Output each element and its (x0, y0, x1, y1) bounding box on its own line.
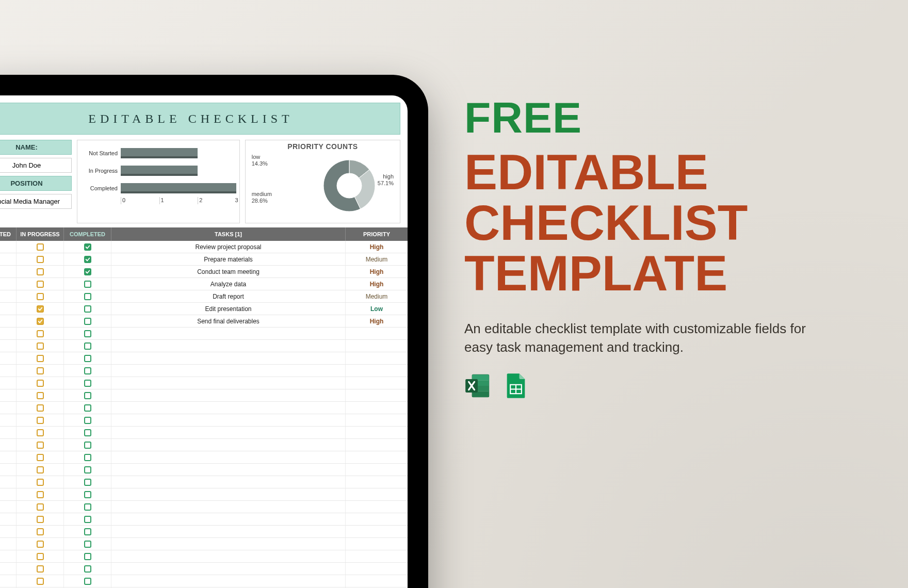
checkbox-completed[interactable] (84, 281, 91, 288)
checkbox-in-progress[interactable] (37, 442, 44, 449)
checkbox-completed[interactable] (84, 503, 91, 511)
checkbox-in-progress[interactable] (37, 528, 44, 535)
checkbox-in-progress[interactable] (37, 318, 44, 325)
cell-task[interactable] (111, 464, 346, 476)
cell-priority[interactable]: Medium (346, 290, 408, 302)
cell-task[interactable] (111, 340, 346, 352)
cell-priority[interactable] (346, 464, 408, 476)
checkbox-in-progress[interactable] (37, 243, 44, 251)
checkbox-in-progress[interactable] (37, 466, 44, 473)
checkbox-in-progress[interactable] (37, 355, 44, 362)
cell-priority[interactable] (346, 427, 408, 438)
checkbox-in-progress[interactable] (37, 417, 44, 424)
cell-task[interactable] (111, 550, 346, 562)
checkbox-completed[interactable] (84, 417, 91, 424)
checkbox-completed[interactable] (84, 454, 91, 461)
cell-priority[interactable]: Medium (346, 253, 408, 265)
checkbox-in-progress[interactable] (37, 380, 44, 387)
cell-task[interactable] (111, 563, 346, 575)
checkbox-in-progress[interactable] (37, 404, 44, 412)
cell-task[interactable] (111, 476, 346, 488)
checkbox-in-progress[interactable] (37, 491, 44, 498)
cell-priority[interactable] (346, 352, 408, 364)
checkbox-in-progress[interactable] (37, 330, 44, 337)
cell-priority[interactable]: Low (346, 303, 408, 315)
cell-priority[interactable] (346, 488, 408, 500)
cell-priority[interactable] (346, 377, 408, 389)
header-priority[interactable]: PRIORITY (346, 227, 408, 241)
position-value[interactable]: Social Media Manager (0, 194, 72, 209)
cell-priority[interactable] (346, 328, 408, 339)
checkbox-in-progress[interactable] (37, 342, 44, 350)
checkbox-in-progress[interactable] (37, 256, 44, 263)
checkbox-completed[interactable] (84, 528, 91, 535)
cell-priority[interactable] (346, 575, 408, 587)
checkbox-completed[interactable] (84, 479, 91, 486)
checkbox-completed[interactable] (84, 243, 91, 251)
cell-priority[interactable] (346, 550, 408, 562)
checkbox-completed[interactable] (84, 318, 91, 325)
cell-task[interactable] (111, 377, 346, 389)
checkbox-completed[interactable] (84, 342, 91, 350)
cell-task[interactable]: Send final deliverables (111, 315, 346, 327)
checkbox-completed[interactable] (84, 578, 91, 585)
checkbox-in-progress[interactable] (37, 578, 44, 585)
cell-task[interactable]: Conduct team meeting (111, 266, 346, 277)
cell-priority[interactable]: High (346, 315, 408, 327)
cell-priority[interactable] (346, 414, 408, 426)
cell-task[interactable] (111, 328, 346, 339)
cell-priority[interactable] (346, 365, 408, 377)
checkbox-completed[interactable] (84, 305, 91, 313)
checkbox-in-progress[interactable] (37, 454, 44, 461)
cell-task[interactable] (111, 488, 346, 500)
header-in-progress[interactable]: IN PROGRESS (17, 227, 64, 241)
header-not-started[interactable]: T STARTED (0, 227, 17, 241)
checkbox-completed[interactable] (84, 392, 91, 399)
checkbox-completed[interactable] (84, 380, 91, 387)
cell-task[interactable] (111, 365, 346, 377)
cell-task[interactable]: Review project proposal (111, 241, 346, 253)
cell-task[interactable] (111, 439, 346, 451)
checkbox-completed[interactable] (84, 565, 91, 573)
cell-task[interactable] (111, 575, 346, 587)
cell-task[interactable] (111, 526, 346, 537)
cell-task[interactable] (111, 402, 346, 414)
cell-task[interactable] (111, 389, 346, 401)
checkbox-completed[interactable] (84, 330, 91, 337)
cell-task[interactable] (111, 513, 346, 525)
cell-task[interactable]: Edit presentation (111, 303, 346, 315)
cell-priority[interactable] (346, 526, 408, 537)
cell-task[interactable] (111, 538, 346, 550)
cell-priority[interactable] (346, 439, 408, 451)
checkbox-completed[interactable] (84, 541, 91, 548)
checkbox-in-progress[interactable] (37, 516, 44, 523)
cell-task[interactable] (111, 414, 346, 426)
checkbox-in-progress[interactable] (37, 479, 44, 486)
checkbox-in-progress[interactable] (37, 305, 44, 313)
cell-priority[interactable] (346, 389, 408, 401)
checkbox-completed[interactable] (84, 355, 91, 362)
checkbox-completed[interactable] (84, 491, 91, 498)
checkbox-completed[interactable] (84, 367, 91, 374)
cell-task[interactable] (111, 501, 346, 513)
cell-task[interactable] (111, 451, 346, 463)
checkbox-in-progress[interactable] (37, 565, 44, 573)
checkbox-completed[interactable] (84, 429, 91, 436)
cell-priority[interactable]: High (346, 241, 408, 253)
cell-priority[interactable] (346, 538, 408, 550)
header-completed[interactable]: COMPLETED (64, 227, 111, 241)
checkbox-completed[interactable] (84, 553, 91, 560)
checkbox-completed[interactable] (84, 256, 91, 263)
checkbox-in-progress[interactable] (37, 429, 44, 436)
checkbox-completed[interactable] (84, 442, 91, 449)
checkbox-completed[interactable] (84, 466, 91, 473)
cell-priority[interactable] (346, 402, 408, 414)
cell-task[interactable]: Analyze data (111, 278, 346, 290)
checkbox-completed[interactable] (84, 516, 91, 523)
cell-priority[interactable] (346, 476, 408, 488)
checkbox-in-progress[interactable] (37, 293, 44, 300)
cell-task[interactable] (111, 427, 346, 438)
cell-task[interactable]: Draft report (111, 290, 346, 302)
name-value[interactable]: John Doe (0, 158, 72, 173)
checkbox-in-progress[interactable] (37, 268, 44, 275)
